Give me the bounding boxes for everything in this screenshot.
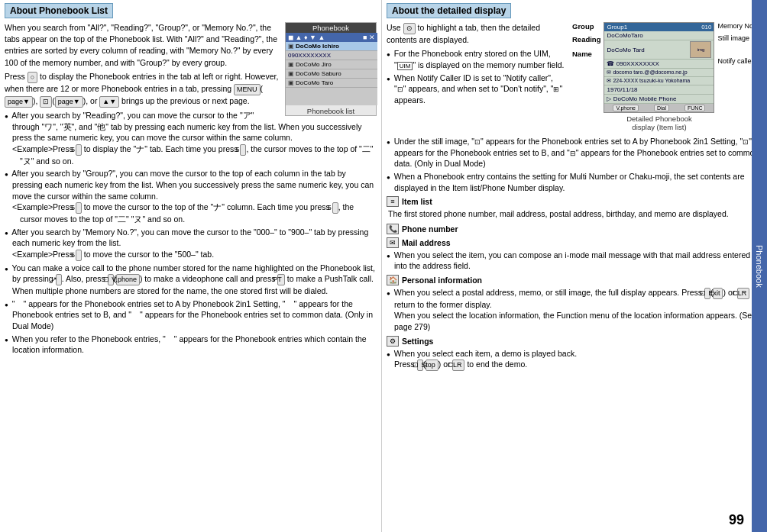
- phone-diagram: Group Reading Name Group1 010 DoCoMoTaro: [572, 22, 762, 131]
- item-list-text: The first stored phone number, mail addr…: [387, 208, 762, 220]
- still-image-thumbnail: img: [690, 41, 711, 58]
- screen-row-taro: DoCoMoTaro: [604, 31, 714, 40]
- clr-key: CLR: [737, 288, 749, 299]
- bullet-6: When you refer to the Phonebook entries,…: [5, 334, 377, 356]
- phonebook-img-title: Phonebook: [286, 23, 376, 33]
- screen-row-name: DoCoMo Tard img: [604, 40, 714, 60]
- screen-row-number: ☎ 090XXXXXXXX: [604, 60, 714, 69]
- mail-address-label: Mail address: [402, 238, 451, 247]
- settings-label: Settings: [402, 337, 433, 346]
- call-key: ↗: [56, 274, 62, 285]
- screen-row-address: ✉ 224-XXXX tsuzuki-ku Yokohama: [604, 77, 714, 85]
- dial-btn: Dial: [654, 105, 669, 111]
- key-5c: 5: [76, 202, 82, 214]
- menu-key: MENU: [234, 84, 261, 95]
- mail-address-bullet: When you select the item, you can compos…: [387, 250, 762, 272]
- screen-func-bar: V.phone Dial FUNC: [604, 104, 714, 112]
- right-bullet-1: For the Phonebook entry stored on the UI…: [387, 48, 565, 70]
- personal-info-header: 🏠 Personal information: [387, 275, 762, 285]
- phonebook-number-row: 090XXXXXXXX: [286, 51, 377, 60]
- right-intro: Use ⊙ to highlight a tab, then the detai…: [387, 22, 565, 108]
- vphone-btn: V.phone: [613, 105, 638, 111]
- screen-caption: Detailed Phonebookdisplay (Item list): [604, 114, 714, 131]
- item-list-section: ≡ Item list The first stored phone numbe…: [387, 196, 762, 371]
- screen-row-group: Group1 010: [604, 23, 714, 31]
- bullet-2: After you search by "Group?", you can mo…: [5, 168, 377, 224]
- right-bullet-4: When a Phonebook entry contains the sett…: [387, 171, 762, 193]
- screen-row-phone-type: ▷ DoCoMo Mobile Phone: [604, 95, 714, 104]
- screen-row-date: 1970/11/18: [604, 85, 714, 95]
- page2-key: page▼: [55, 96, 83, 108]
- item-list-header-row: ≡ Item list: [387, 196, 762, 207]
- pt-key: PT: [277, 274, 285, 285]
- stop-label: Stop: [426, 360, 439, 371]
- phonebook-row: ▣ DoCoMo Taro: [286, 79, 377, 88]
- reading-label: Reading: [572, 35, 600, 44]
- example-2: <Example>Press 5 to move the cursor to t…: [12, 202, 377, 224]
- phonebook-caption: Phonebook list: [286, 107, 376, 115]
- right-bullet-2: When Notify Caller ID is set to "Notify …: [387, 73, 565, 106]
- phonebook-header-row: ◼ ▲ ♦ ▼ ▲ ■ ✕: [286, 33, 377, 42]
- phonebook-row: ▣ DoCoMo Saburo: [286, 69, 377, 79]
- clr-key2: CLR: [452, 360, 464, 371]
- mail-address-header: ✉ Mail address: [387, 237, 762, 248]
- diagram-wrapper: Group Reading Name Group1 010 DoCoMoTaro: [572, 22, 762, 131]
- left-section-header: About Phonebook List: [5, 3, 113, 18]
- left-panel: About Phonebook List Phonebook ◼ ▲ ♦ ▼ ▲…: [0, 0, 382, 532]
- exit-key: Exit: [713, 288, 723, 299]
- key-5b: 5: [240, 144, 246, 156]
- phonebook-row: ▣ DoCoMo Jiro: [286, 60, 377, 69]
- right-panel: About the detailed display Use ⊙ to high…: [382, 0, 767, 532]
- key-5: 5: [76, 144, 82, 156]
- personal-info-icon: 🏠: [387, 275, 399, 285]
- key-5d: 5: [332, 202, 338, 214]
- phone-key: V.phone: [116, 274, 140, 285]
- func-btn: FUNC: [684, 105, 705, 111]
- detail-screen: Group1 010 DoCoMoTaro DoCoMo Tard img ☎ …: [604, 22, 714, 113]
- page-number: 99: [729, 512, 744, 528]
- screen-row-email: ✉ docomo taro.@@docomo.ne.jp: [604, 69, 714, 77]
- phonebook-list-image: Phonebook ◼ ▲ ♦ ▼ ▲ ■ ✕ ▣ DoCoMo Ichiro …: [285, 22, 377, 116]
- camera-key: ⊡: [40, 96, 52, 108]
- screen-wrapper: Group1 010 DoCoMoTaro DoCoMo Tard img ☎ …: [604, 22, 714, 131]
- phonebook-img-body: ◼ ▲ ♦ ▼ ▲ ■ ✕ ▣ DoCoMo Ichiro 090XXXXXXX…: [286, 33, 377, 105]
- settings-icon: ⚙: [387, 336, 399, 347]
- item-list-icon: ≡: [387, 196, 399, 207]
- bullet-3: After you search by "Memory No.?", you c…: [5, 227, 377, 261]
- item-list-label: Item list: [402, 197, 432, 206]
- personal-info-bullet: When you select a postal address, memo, …: [387, 287, 762, 333]
- arrow-key: ▲▼: [99, 96, 119, 108]
- phonebook-sidebar-label: Phonebook: [752, 0, 767, 532]
- settings-header: ⚙ Settings: [387, 336, 762, 347]
- mail-address-icon: ✉: [387, 237, 399, 248]
- diagram-left-labels: Group Reading Name: [572, 22, 600, 58]
- bullet-5: " " appears for the Phonebook entries se…: [5, 298, 377, 332]
- phone-number-header: 📞 Phone number: [387, 224, 762, 234]
- phone-number-icon: 📞: [387, 224, 399, 234]
- example-1: <Example>Press 5 to display the "ナ" tab.…: [12, 143, 377, 166]
- phone-number-label: Phone number: [402, 224, 458, 234]
- right-section-header: About the detailed display: [387, 3, 511, 18]
- tab-key: ⊙: [403, 23, 416, 34]
- personal-info-label: Personal information: [402, 276, 482, 285]
- phonebook-row: ▣ DoCoMo Ichiro: [286, 42, 377, 51]
- bullet-4: You can make a voice call to the phone n…: [5, 263, 377, 297]
- right-bullet-3: Under the still image, "⊡" appears for t…: [387, 136, 762, 169]
- example-3: <Example>Press 5 to move the cursor to t…: [12, 249, 377, 261]
- key-icon: ○: [28, 72, 37, 83]
- page-container: About Phonebook List Phonebook ◼ ▲ ♦ ▼ ▲…: [0, 0, 767, 532]
- settings-bullet: When you select each item, a demo is pla…: [387, 348, 762, 371]
- page-key: page▼: [5, 96, 33, 108]
- bullet-1: After you search by "Reading?", you can …: [5, 110, 377, 166]
- left-bullets: After you search by "Reading?", you can …: [5, 110, 377, 356]
- key-5e: 5: [76, 250, 82, 261]
- name-label: Name: [572, 50, 600, 58]
- group-label: Group: [572, 22, 600, 31]
